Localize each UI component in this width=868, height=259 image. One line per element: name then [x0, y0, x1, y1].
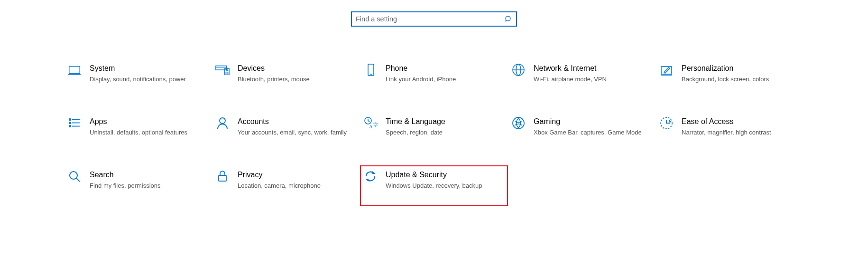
tile-title: Ease of Access	[682, 117, 794, 126]
tile-phone[interactable]: Phone Link your Android, iPhone	[360, 59, 508, 100]
search-tile-icon	[65, 169, 84, 183]
tile-title: Devices	[238, 64, 350, 73]
tile-title: System	[90, 64, 202, 73]
svg-point-8	[226, 73, 227, 74]
search-cursor	[355, 15, 355, 23]
tile-ease-of-access[interactable]: Ease of Access Narrator, magnifier, high…	[656, 112, 804, 153]
svg-rect-19	[69, 122, 71, 124]
svg-point-7	[226, 69, 228, 71]
tile-title: Gaming	[534, 117, 646, 126]
time-language-icon: A字	[361, 116, 380, 130]
tile-desc: Link your Android, iPhone	[386, 75, 498, 83]
tile-title: Network & Internet	[534, 64, 646, 73]
accounts-icon	[213, 116, 232, 130]
tile-apps[interactable]: Apps Uninstall, defaults, optional featu…	[64, 112, 212, 153]
tile-desc: Narrator, magnifier, high contrast	[682, 128, 794, 136]
svg-point-23	[220, 118, 225, 124]
personalization-icon	[657, 63, 676, 77]
tile-devices[interactable]: Devices Bluetooth, printers, mouse	[212, 59, 360, 100]
tile-time-language[interactable]: A字 Time & Language Speech, region, date	[360, 112, 508, 153]
tile-desc: Windows Update, recovery, backup	[386, 182, 498, 190]
tile-desc: Your accounts, email, sync, work, family	[238, 128, 350, 136]
tile-title: Phone	[386, 64, 498, 73]
system-icon	[65, 63, 84, 77]
search-box[interactable]	[351, 11, 517, 27]
tile-update-security[interactable]: Update & Security Windows Update, recove…	[360, 165, 508, 206]
tile-title: Privacy	[238, 170, 350, 180]
tile-desc: Wi-Fi, airplane mode, VPN	[534, 75, 646, 83]
svg-rect-17	[69, 119, 71, 120]
tile-title: Update & Security	[386, 170, 498, 180]
tile-search[interactable]: Search Find my files, permissions	[64, 165, 212, 206]
svg-point-9	[228, 73, 229, 74]
ease-of-access-icon	[657, 116, 676, 130]
svg-line-30	[76, 178, 80, 182]
network-icon	[509, 63, 528, 77]
tile-title: Accounts	[238, 117, 350, 126]
svg-text:A: A	[369, 124, 373, 129]
svg-rect-2	[69, 67, 80, 74]
svg-rect-21	[69, 125, 71, 127]
tile-desc: Xbox Game Bar, captures, Game Mode	[534, 128, 646, 136]
search-icon	[505, 15, 512, 23]
settings-grid: System Display, sound, notifications, po…	[64, 27, 804, 206]
tile-desc: Bluetooth, printers, mouse	[238, 75, 350, 83]
tile-desc: Uninstall, defaults, optional features	[90, 128, 202, 136]
svg-line-1	[505, 20, 507, 22]
tile-desc: Background, lock screen, colors	[682, 75, 794, 83]
tile-desc: Find my files, permissions	[90, 182, 202, 190]
tile-privacy[interactable]: Privacy Location, camera, microphone	[212, 165, 360, 206]
apps-icon	[65, 116, 84, 130]
svg-rect-31	[219, 175, 226, 181]
tile-title: Apps	[90, 117, 202, 126]
tile-network[interactable]: Network & Internet Wi-Fi, airplane mode,…	[508, 59, 656, 100]
devices-icon	[213, 63, 232, 77]
update-security-icon	[361, 169, 380, 183]
tile-accounts[interactable]: Accounts Your accounts, email, sync, wor…	[212, 112, 360, 153]
svg-point-27	[513, 117, 524, 129]
svg-point-29	[70, 172, 77, 179]
tile-desc: Display, sound, notifications, power	[90, 75, 202, 83]
search-input[interactable]	[356, 15, 502, 23]
tile-title: Time & Language	[386, 117, 498, 126]
tile-system[interactable]: System Display, sound, notifications, po…	[64, 59, 212, 100]
tile-desc: Location, camera, microphone	[238, 182, 350, 190]
tile-personalization[interactable]: Personalization Background, lock screen,…	[656, 59, 804, 100]
tile-title: Personalization	[682, 64, 794, 73]
privacy-icon	[213, 169, 232, 183]
tile-title: Search	[90, 170, 202, 180]
tile-gaming[interactable]: Gaming Xbox Game Bar, captures, Game Mod…	[508, 112, 656, 153]
phone-icon	[361, 63, 380, 77]
tile-desc: Speech, region, date	[386, 128, 498, 136]
gaming-icon	[509, 116, 528, 130]
svg-text:字: 字	[373, 122, 378, 127]
